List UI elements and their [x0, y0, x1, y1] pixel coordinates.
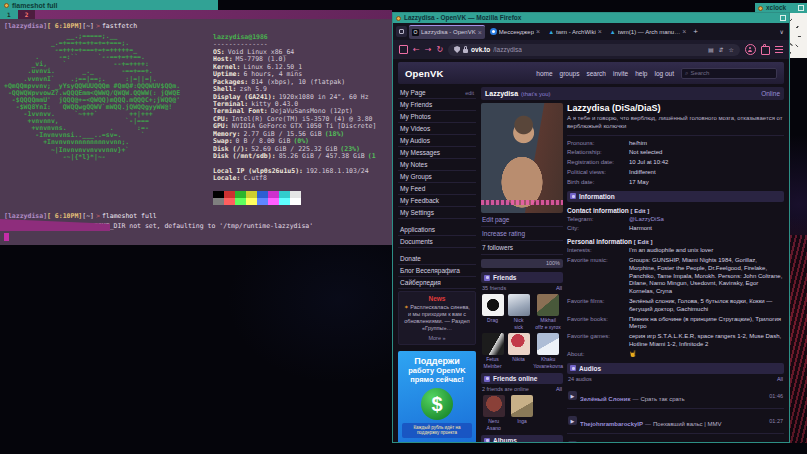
tracking-protection-shield-icon[interactable] — [454, 46, 460, 53]
forward-icon[interactable]: → — [425, 46, 432, 54]
nav-help[interactable]: help — [635, 70, 647, 77]
openvk-top-nav: home groups search invite help log out — [536, 70, 674, 77]
firefox-view-icon[interactable] — [396, 26, 407, 37]
window-menu-icon[interactable] — [4, 3, 9, 8]
url-bar[interactable]: ovk.to /lazzydisa ▤ ⇵ ☆ — [448, 44, 740, 56]
browser-tab-messenger[interactable]: Мессенджер — [487, 25, 543, 38]
sidebar-item-cyberpedia[interactable]: Сайберпедия — [398, 277, 476, 289]
followers-count[interactable]: 7 followers — [481, 241, 563, 255]
sidebar-item-my-page[interactable]: My Pageedit — [398, 87, 476, 99]
sidebar-item-my-groups[interactable]: My Groups — [398, 171, 476, 183]
donate-ad-banner[interactable]: Поддержи работу OpenVK прямо сейчас! $ К… — [398, 351, 476, 443]
play-icon[interactable] — [568, 416, 577, 425]
sidebar-item-donate[interactable]: Donate — [398, 253, 476, 265]
sidebar-item-my-settings[interactable]: My Settings — [398, 207, 476, 219]
audios-all-link[interactable]: All — [777, 376, 783, 382]
sidebar-item-my-videos[interactable]: My Videos — [398, 123, 476, 135]
sidebar-item-my-feed[interactable]: My Feed — [398, 183, 476, 195]
browser-tab-archwiki[interactable]: twm - ArchWiki — [545, 25, 605, 38]
audio-row[interactable]: Зеленый слоник—Восточный братишка02:17 — [567, 434, 784, 442]
sidebar-toggle-icon[interactable] — [399, 45, 408, 54]
window-resize-icon[interactable] — [780, 15, 786, 21]
translate-icon[interactable]: ⇵ — [719, 47, 724, 53]
openvk-logo[interactable]: OpenVK — [405, 68, 444, 79]
sidebar-item-documents[interactable]: Documents — [398, 236, 476, 248]
firefox-titlebar[interactable]: Lazzydisa - OpenVK — Mozilla Firefox — [393, 13, 789, 23]
play-icon[interactable] — [568, 441, 577, 442]
contact-information-header: Contact information [ Edit ] — [567, 207, 784, 214]
contact-edit-button[interactable]: [ Edit ] — [631, 208, 650, 214]
tab-close-icon[interactable] — [682, 28, 686, 35]
bookmark-star-icon[interactable]: ☆ — [729, 47, 734, 53]
increase-rating-link[interactable]: Increase rating — [481, 227, 563, 241]
reader-mode-icon[interactable]: ▤ — [708, 47, 714, 53]
news-more-link[interactable]: More » — [402, 335, 472, 341]
avatar[interactable] — [508, 294, 530, 316]
avatar[interactable] — [482, 333, 504, 355]
personal-edit-button[interactable]: [ Edit ] — [634, 239, 653, 245]
play-icon[interactable] — [568, 391, 577, 400]
tab-close-icon[interactable] — [598, 28, 602, 35]
account-icon[interactable] — [745, 44, 756, 55]
https-lock-icon[interactable] — [463, 49, 468, 53]
sidebar-edit-link[interactable]: edit — [465, 90, 474, 96]
tab-close-icon[interactable] — [536, 28, 540, 35]
window-menu-icon[interactable] — [396, 16, 401, 21]
nav-home[interactable]: home — [536, 70, 552, 77]
audio-row[interactable]: ThejohnrambarockyIP—Поехавший вальс | MM… — [567, 409, 784, 434]
friend-item[interactable]: Nicksick — [507, 294, 530, 330]
avatar[interactable] — [482, 294, 504, 316]
list-all-tabs-icon[interactable]: ∨ — [778, 29, 786, 35]
menu-hamburger-icon[interactable] — [775, 46, 783, 53]
avatar[interactable] — [537, 333, 559, 355]
avatar[interactable] — [483, 395, 505, 417]
avatar[interactable] — [508, 333, 530, 355]
friend-item[interactable]: Mikhailoffz e xyrox — [533, 294, 563, 330]
reload-icon[interactable]: ↻ — [436, 46, 443, 54]
nav-groups[interactable]: groups — [560, 70, 580, 77]
nav-logout[interactable]: log out — [654, 70, 674, 77]
sidebar-item-blog[interactable]: Блог Веселярафига — [398, 265, 476, 277]
friends-all-link[interactable]: All — [556, 285, 562, 291]
tab-close-icon[interactable] — [478, 29, 482, 36]
edit-page-link[interactable]: Edit page — [481, 213, 563, 227]
browser-tab-arch-manual[interactable]: twm(1) — Arch manu… — [607, 25, 689, 38]
terminal-body[interactable]: [lazzydisa][ 6:10PM][~]>fastfetch __.;==… — [0, 19, 392, 245]
fastfetch-row: Display (GA241):1920x1080 in 24", 60 Hz — [213, 93, 392, 100]
window-resize-icon[interactable] — [798, 5, 804, 11]
friend-item[interactable]: FetusMelnber — [481, 333, 504, 369]
extensions-icon[interactable] — [761, 46, 770, 55]
sidebar-item-my-audios[interactable]: My Audios — [398, 135, 476, 147]
sidebar-item-applications[interactable]: Applications — [398, 224, 476, 236]
audio-row[interactable]: Зелёный Слоник—Срать так срать01:46 — [567, 384, 784, 409]
terminal-tab-2[interactable]: 2 — [18, 10, 36, 19]
search-input[interactable]: ⌕ Search — [681, 68, 777, 79]
browser-tab-openvk[interactable]: Lazzydisa - OpenVK — [409, 25, 485, 39]
sidebar-item-my-messages[interactable]: My Messages — [398, 147, 476, 159]
profile-photo[interactable] — [481, 103, 563, 213]
telegram-link[interactable]: @LazzyDiSa — [629, 216, 784, 224]
friends-online-all-link[interactable]: All — [556, 386, 562, 392]
friend-item[interactable]: Inga — [509, 395, 534, 431]
avatar[interactable] — [537, 294, 559, 316]
sidebar-item-my-photos[interactable]: My Photos — [398, 111, 476, 123]
sidebar-item-my-feedback[interactable]: My Feedback — [398, 195, 476, 207]
friend-item[interactable]: Nikita — [507, 333, 530, 369]
friend-item[interactable]: Drag — [481, 294, 504, 330]
terminal-titlebar[interactable]: flameshot full — [0, 0, 218, 10]
audios-count: 24 audios — [568, 376, 592, 382]
new-tab-button[interactable]: + — [691, 28, 700, 36]
nav-search[interactable]: search — [586, 70, 606, 77]
sidebar-item-my-friends[interactable]: My Friends — [398, 99, 476, 111]
palette-color — [268, 191, 279, 198]
friend-item[interactable]: KhakuYovanekovna — [533, 333, 563, 369]
nav-invite[interactable]: invite — [613, 70, 628, 77]
fastfetch-row: Host:MS-7798 (1.0) — [213, 55, 392, 62]
terminal-tab-1[interactable]: 1 — [0, 10, 18, 19]
profile-status: А я тебе и говорю, что верблюд, лишённый… — [567, 115, 784, 131]
friend-item[interactable]: NeruAsano — [481, 395, 506, 431]
back-icon[interactable]: ← — [413, 46, 420, 54]
window-menu-icon[interactable] — [758, 6, 763, 11]
avatar[interactable] — [511, 395, 533, 417]
sidebar-item-my-notes[interactable]: My Notes — [398, 159, 476, 171]
